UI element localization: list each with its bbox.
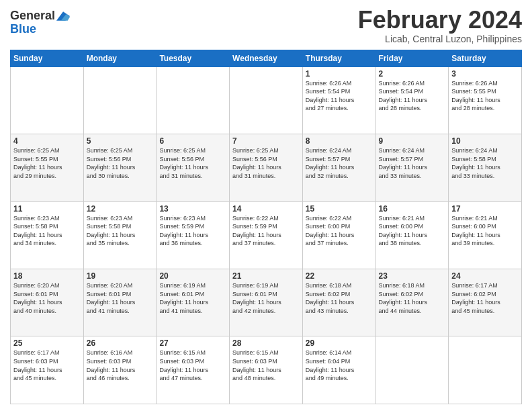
day-info: Daylight: 11 hours [87,163,154,172]
day-info: Daylight: 11 hours [13,298,81,307]
day-info: Daylight: 11 hours [159,366,226,375]
day-number: 7 [232,136,300,146]
day-info: Daylight: 11 hours [306,366,373,375]
day-number: 14 [232,204,300,214]
day-info: and 49 minutes. [306,374,373,383]
day-number: 6 [159,136,226,146]
day-info: Daylight: 11 hours [451,231,519,240]
day-info: Sunrise: 6:23 AM [159,214,226,223]
day-info: Sunset: 5:56 PM [87,155,154,164]
day-info: and 28 minutes. [451,104,519,113]
day-info: Sunrise: 6:17 AM [13,349,81,357]
table-row: 16Sunrise: 6:21 AMSunset: 6:00 PMDayligh… [375,201,449,269]
day-info: Sunset: 5:54 PM [306,87,373,96]
day-info: Sunrise: 6:15 AM [159,349,226,357]
logo-text-blue: Blue [10,23,70,36]
calendar-table: Sunday Monday Tuesday Wednesday Thursday… [10,50,522,404]
header-wednesday: Wednesday [230,50,303,66]
calendar-week-4: 18Sunrise: 6:20 AMSunset: 6:01 PMDayligh… [11,269,522,336]
day-info: and 40 minutes. [13,307,81,316]
day-info: Sunrise: 6:23 AM [13,214,81,223]
logo: General Blue [10,9,70,36]
day-info: Sunset: 5:57 PM [306,155,373,164]
day-info: Sunrise: 6:24 AM [379,146,446,155]
calendar-week-2: 4Sunrise: 6:25 AMSunset: 5:55 PMDaylight… [11,134,522,201]
day-info: Sunrise: 6:25 AM [232,146,300,155]
title-section: February 2024 Licab, Central Luzon, Phil… [358,7,522,44]
table-row: 13Sunrise: 6:23 AMSunset: 5:59 PMDayligh… [157,201,230,269]
table-row [83,66,157,134]
day-info: Sunrise: 6:16 AM [87,349,154,357]
day-number: 5 [87,136,154,146]
day-number: 20 [159,271,226,281]
day-info: and 45 minutes. [13,374,81,383]
day-info: Sunset: 6:00 PM [451,222,519,231]
header-thursday: Thursday [302,50,375,66]
page: General Blue February 2024 Licab, Centra… [0,0,532,411]
day-info: Sunrise: 6:20 AM [13,281,81,290]
day-info: and 42 minutes. [232,307,300,316]
day-info: Sunrise: 6:23 AM [87,214,154,223]
day-info: Sunset: 5:58 PM [87,222,154,231]
day-info: Sunset: 6:02 PM [451,290,519,299]
day-number: 11 [13,204,81,214]
header-tuesday: Tuesday [157,50,230,66]
day-info: and 37 minutes. [232,239,300,248]
day-info: Daylight: 11 hours [379,231,446,240]
day-number: 9 [379,136,446,146]
day-info: and 47 minutes. [159,374,226,383]
day-info: Daylight: 11 hours [87,231,154,240]
day-info: Sunset: 6:03 PM [232,357,300,366]
day-info: Daylight: 11 hours [87,298,154,307]
day-info: Sunrise: 6:18 AM [306,281,373,290]
day-info: Daylight: 11 hours [13,366,81,375]
day-info: and 33 minutes. [451,172,519,181]
day-info: Sunset: 6:02 PM [379,290,446,299]
table-row: 7Sunrise: 6:25 AMSunset: 5:56 PMDaylight… [230,134,303,201]
table-row [230,66,303,134]
day-number: 17 [451,204,519,214]
day-number: 27 [159,338,226,348]
table-row: 29Sunrise: 6:14 AMSunset: 6:04 PMDayligh… [302,336,375,404]
day-info: Daylight: 11 hours [13,231,81,240]
day-info: Sunrise: 6:25 AM [13,146,81,155]
table-row: 6Sunrise: 6:25 AMSunset: 5:56 PMDaylight… [157,134,230,201]
day-info: Daylight: 11 hours [379,96,446,105]
calendar-header-row: Sunday Monday Tuesday Wednesday Thursday… [11,50,522,66]
day-info: Sunset: 6:03 PM [13,357,81,366]
day-info: Daylight: 11 hours [451,96,519,105]
day-info: and 32 minutes. [306,172,373,181]
table-row: 14Sunrise: 6:22 AMSunset: 5:59 PMDayligh… [230,201,303,269]
day-number: 21 [232,271,300,281]
day-number: 29 [306,338,373,348]
table-row: 8Sunrise: 6:24 AMSunset: 5:57 PMDaylight… [302,134,375,201]
day-info: Sunset: 6:00 PM [379,222,446,231]
day-number: 2 [379,69,446,79]
header-monday: Monday [83,50,157,66]
table-row: 21Sunrise: 6:19 AMSunset: 6:01 PMDayligh… [230,269,303,336]
day-number: 22 [306,271,373,281]
day-info: and 34 minutes. [13,239,81,248]
day-info: Sunset: 6:02 PM [306,290,373,299]
day-info: and 31 minutes. [159,172,226,181]
day-info: Sunrise: 6:26 AM [451,79,519,88]
day-info: and 41 minutes. [159,307,226,316]
day-info: Sunset: 5:57 PM [379,155,446,164]
table-row: 2Sunrise: 6:26 AMSunset: 5:54 PMDaylight… [375,66,449,134]
day-info: Daylight: 11 hours [159,231,226,240]
day-info: Daylight: 11 hours [232,231,300,240]
day-number: 1 [306,69,373,79]
location: Licab, Central Luzon, Philippines [358,34,522,44]
day-info: Sunset: 5:55 PM [451,87,519,96]
day-number: 26 [87,338,154,348]
day-number: 16 [379,204,446,214]
day-info: Sunrise: 6:25 AM [87,146,154,155]
day-info: and 33 minutes. [379,172,446,181]
header-sunday: Sunday [11,50,84,66]
day-info: and 28 minutes. [379,104,446,113]
table-row: 25Sunrise: 6:17 AMSunset: 6:03 PMDayligh… [11,336,84,404]
table-row [11,66,84,134]
day-info: Sunrise: 6:21 AM [379,214,446,223]
table-row: 24Sunrise: 6:17 AMSunset: 6:02 PMDayligh… [449,269,522,336]
day-info: and 36 minutes. [159,239,226,248]
